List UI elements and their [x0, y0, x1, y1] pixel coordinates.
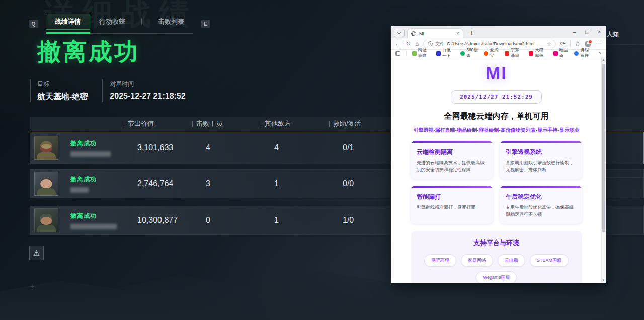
favorites-icon[interactable]: ✩	[575, 40, 580, 47]
report-button[interactable]: ⚠	[29, 246, 44, 260]
bookmark-favicon	[529, 51, 533, 56]
match-info: 目标 航天基地-绝密 对局时间 2025-12-27 21:18:52	[30, 79, 200, 102]
tab-divider	[141, 19, 142, 25]
tab-kill-list[interactable]: 击败列表	[149, 14, 193, 29]
maximize-button[interactable]: □	[585, 29, 588, 35]
results-tab-bar: Q 战绩详情 行动收获 击败列表 E	[29, 14, 210, 34]
feature-cards: 云端检测隔离 先进的云端隔离技术，提供最高级别的安全防护和稳定性保障 引擎透视系…	[398, 141, 595, 224]
home-icon[interactable]: ⌂	[415, 40, 419, 47]
bookmark-favicon	[436, 51, 441, 56]
cell-rescue-revive: 1/0	[330, 216, 398, 225]
cell-rescue-revive: 0/0	[330, 179, 398, 188]
header-operator-kills: 击败干员	[192, 119, 261, 128]
history-icon[interactable]: ⟳	[560, 40, 566, 47]
grid-cross-decoration: +	[30, 282, 35, 290]
timestamp-badge: 2025/12/27 21:52:29	[451, 90, 542, 104]
chevron-down-icon	[397, 31, 401, 34]
header-carry-value: 带出价值	[124, 119, 192, 128]
browser-window: MI × + – □ × ← ↻ ⌂ i 文件 C:/Users/Adminis…	[391, 26, 606, 283]
address-bar[interactable]: i 文件 C:/Users/Administrator/Downloads/mi…	[423, 40, 556, 48]
cell-carry-value: 3,101,633	[124, 143, 193, 152]
content-scrollbar[interactable]: ▲ ▼	[601, 57, 606, 283]
bookmark-favicon	[484, 51, 488, 56]
cell-rescue-revive: 0/1	[330, 143, 398, 152]
player-avatar	[34, 172, 58, 196]
more-menu-icon[interactable]: ⋯	[596, 40, 602, 47]
site-logo: MI	[398, 63, 595, 84]
bookmarks-bar: 网址导航 百度一下 360搜索 爱淘宝 京东商城 天猫精选	[391, 50, 606, 57]
extraction-success-title: 撤离成功	[37, 36, 140, 68]
feature-card: 云端检测隔离 先进的云端隔离技术，提供最高级别的安全防护和稳定性保障	[411, 141, 493, 179]
browser-title-bar: MI × + – □ ×	[391, 26, 606, 38]
back-icon[interactable]: ←	[395, 40, 401, 47]
tab-operation-loot[interactable]: 行动收获	[90, 14, 134, 29]
cell-carry-value: 10,300,877	[124, 216, 193, 225]
feature-card: 午后稳定优化 专用午后时段优化算法，确保高峰期稳定运行不卡顿	[500, 186, 582, 224]
objective-info: 目标 航天基地-绝密	[30, 79, 88, 102]
match-time-value: 2025-12-27 21:18:52	[110, 92, 185, 101]
bookmark-favicon	[412, 51, 417, 56]
status-badge: 撤离成功	[70, 212, 117, 220]
web-page: MI 2025/12/27 21:52:29 全网最稳云端内存，单机可用 引擎透…	[391, 57, 606, 283]
player-avatar	[34, 208, 58, 232]
refresh-icon[interactable]: ↻	[406, 40, 411, 47]
toolbar-divider	[570, 41, 571, 47]
header-rescue-revive: 救助/复活	[329, 119, 397, 128]
platform-pill: Wegame国服	[476, 271, 517, 283]
player-name-blurred	[70, 224, 117, 229]
bookmarks-overflow-icon[interactable]: >	[599, 51, 601, 56]
scroll-down-icon[interactable]: ▼	[602, 279, 605, 282]
match-time-info: 对局时间 2025-12-27 21:18:52	[102, 79, 185, 102]
bookmark-favicon	[460, 51, 465, 56]
cell-carry-value: 2,746,764	[124, 179, 193, 188]
features-line: 引擎透视-漏打自瞄-物品绘制-容器绘制-高价值物资列表-显示手持-显示职业	[398, 127, 595, 134]
new-tab-button[interactable]: +	[469, 29, 473, 37]
warning-icon: ⚠	[33, 249, 40, 258]
feature-card: 引擎透视系统 直接调用游戏引擎函数进行绘制，无视解密、掩体判断	[500, 141, 582, 179]
match-time-label: 对局时间	[110, 79, 185, 88]
player-name-blurred	[70, 187, 89, 193]
platform-title: 支持平台与环境	[416, 238, 577, 248]
cell-operator-kills: 0	[193, 216, 261, 225]
card-accent-bar	[500, 141, 582, 143]
platform-section: 支持平台与环境 网吧环境 家庭网络 云电脑 STEAM国服 Wegame国服	[411, 231, 582, 283]
status-badge: 撤离成功	[70, 139, 111, 148]
page-info-icon[interactable]: i	[428, 41, 433, 46]
page-headline: 全网最稳云端内存，单机可用	[398, 111, 595, 122]
minimize-button[interactable]: –	[573, 29, 576, 35]
close-button[interactable]: ×	[598, 29, 601, 35]
bookmark-favicon	[553, 51, 558, 56]
address-url[interactable]: C:/Users/Administrator/Downloads/mi2.htm…	[447, 41, 544, 46]
objective-label: 目标	[37, 79, 88, 88]
active-tab-underline	[46, 32, 90, 34]
tab-battle-details[interactable]: 战绩详情	[46, 14, 90, 30]
card-accent-bar	[411, 186, 493, 188]
browser-tab-title: MI	[419, 31, 453, 36]
cell-other-enemies: 1	[261, 216, 330, 225]
cell-other-enemies: 4	[261, 143, 330, 152]
platform-pill: 云电脑	[498, 254, 525, 267]
profile-avatar-icon[interactable]	[585, 41, 591, 47]
card-accent-bar	[500, 186, 582, 188]
platform-pill: 家庭网络	[461, 254, 493, 267]
screen: 详细战绩 + + Q 战绩详情 行动收获 击败列表 E 撤离成功 目标 航天基地…	[0, 0, 644, 320]
bookmark-star-icon[interactable]: ☆	[547, 41, 551, 47]
tab-search-button[interactable]	[394, 29, 405, 37]
edge-text-fragment: 人知	[607, 30, 619, 39]
sidebar-panel-icon[interactable]	[395, 51, 400, 56]
key-hint-e: E	[201, 20, 210, 28]
cell-other-enemies: 1	[261, 179, 330, 188]
header-other-enemies: 其他敌方	[261, 119, 329, 128]
browser-tab[interactable]: MI ×	[407, 28, 463, 38]
bookmark-favicon	[505, 51, 509, 56]
scroll-up-icon[interactable]: ▲	[602, 58, 605, 61]
bookmarks-divider	[406, 51, 407, 56]
scrollbar-thumb[interactable]	[602, 64, 605, 232]
browser-content: MI 2025/12/27 21:52:29 全网最稳云端内存，单机可用 引擎透…	[391, 57, 606, 283]
player-name-blurred	[70, 151, 111, 157]
globe-icon	[411, 31, 416, 36]
status-badge: 撤离成功	[70, 175, 97, 184]
tab-close-icon[interactable]: ×	[456, 31, 459, 36]
edge-panel-outline	[606, 44, 644, 178]
platform-pill: 网吧环境	[424, 254, 456, 267]
